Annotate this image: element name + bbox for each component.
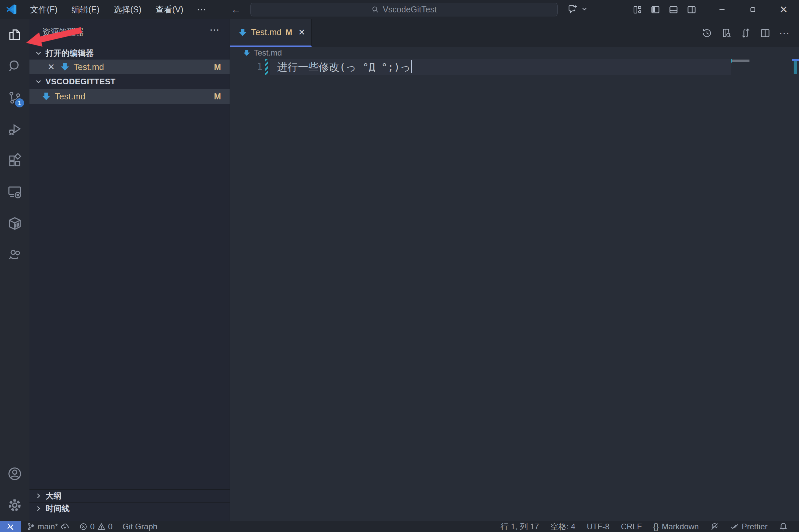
files-icon (7, 27, 22, 42)
workspace-folder-header[interactable]: VSCODEGITTEST (30, 74, 230, 89)
code-editor[interactable]: 1 进行一些修改(っ °Д °;)っ (230, 59, 799, 521)
source-control-badge: 1 (14, 98, 25, 108)
warning-count: 0 (108, 522, 112, 531)
cursor-position-button[interactable]: 行 1, 列 17 (497, 521, 542, 532)
menu-file[interactable]: 文件(F) (24, 2, 63, 17)
indentation-label: 空格: 4 (550, 521, 575, 532)
chevron-down-icon (35, 78, 42, 85)
breadcrumb[interactable]: Test.md (230, 47, 799, 59)
outline-label: 大纲 (45, 491, 61, 501)
eol-button[interactable]: CRLF (617, 521, 645, 532)
open-editors-label: 打开的编辑器 (45, 48, 94, 59)
search-icon (7, 59, 22, 74)
tab-bar: Test.md M ✕ (230, 19, 799, 47)
sidebar-more-actions-button[interactable]: ⋯ (209, 26, 220, 33)
braces-icon: {} (653, 522, 659, 531)
run-debug-icon (7, 121, 22, 137)
menu-view[interactable]: 查看(V) (150, 2, 189, 17)
git-modified-gutter-icon[interactable] (265, 59, 268, 75)
activity-search-button[interactable] (0, 51, 30, 82)
cursor-position-label: 行 1, 列 17 (500, 521, 539, 532)
activity-remote-explorer-button[interactable] (0, 176, 30, 208)
activity-container-button[interactable] (0, 208, 30, 239)
open-editors-section-header[interactable]: 打开的编辑器 (30, 47, 230, 60)
markdown-file-icon (60, 62, 70, 72)
encoding-button[interactable]: UTF-8 (583, 521, 613, 532)
command-center-search[interactable]: VscodeGitTest (250, 3, 558, 16)
toggle-panel-icon[interactable] (668, 5, 679, 15)
copilot-chat-button[interactable] (568, 3, 588, 15)
container-icon (7, 216, 22, 231)
bell-icon (779, 522, 787, 531)
activity-source-control-button[interactable]: 1 (0, 82, 30, 113)
menu-more-button[interactable]: ⋯ (191, 4, 212, 15)
split-editor-icon[interactable] (760, 27, 771, 39)
remote-explorer-icon (7, 184, 22, 200)
editor-more-actions-button[interactable]: ⋯ (779, 27, 790, 39)
minimap-line (732, 60, 749, 62)
warning-icon (97, 522, 106, 531)
git-branch-icon (27, 522, 35, 531)
outline-section-header[interactable]: 大纲 (30, 489, 230, 502)
activity-account-button[interactable] (0, 458, 30, 490)
toggle-secondary-sidebar-icon[interactable] (687, 5, 696, 15)
window-close-button[interactable]: ✕ (768, 0, 799, 19)
chevron-right-icon (35, 492, 42, 499)
workspace-folder-name: VSCODEGITTEST (45, 77, 115, 86)
window-maximize-button[interactable] (738, 0, 768, 19)
minimize-icon (718, 5, 726, 14)
tree-item-testmd[interactable]: Test.md M (30, 89, 230, 104)
tab-close-icon[interactable]: ✕ (298, 27, 305, 37)
tab-testmd[interactable]: Test.md M ✕ (230, 19, 312, 47)
status-bar: main* 0 0 Git Graph (0, 521, 799, 532)
encoding-label: UTF-8 (587, 522, 610, 531)
window-minimize-button[interactable] (707, 0, 738, 19)
timeline-label: 时间线 (45, 503, 70, 514)
extensions-icon (7, 153, 22, 168)
tab-label: Test.md (251, 27, 281, 37)
activity-extension-button[interactable] (0, 239, 30, 271)
markdown-file-icon (243, 49, 250, 57)
close-editor-icon[interactable]: ✕ (48, 62, 55, 72)
language-label: Markdown (662, 522, 699, 531)
activity-run-debug-button[interactable] (0, 113, 30, 145)
git-graph-button[interactable]: Git Graph (119, 521, 161, 532)
open-editor-item-testmd[interactable]: ✕ Test.md M (30, 60, 230, 74)
close-icon: ✕ (779, 4, 787, 15)
timeline-section-header[interactable]: 时间线 (30, 502, 230, 515)
text-cursor (411, 60, 412, 73)
vscode-logo-icon (5, 3, 18, 15)
branch-status-button[interactable]: main* (23, 521, 73, 532)
eol-label: CRLF (621, 522, 642, 531)
toggle-primary-sidebar-icon[interactable] (650, 5, 661, 15)
chevron-down-icon (581, 6, 588, 12)
language-mode-button[interactable]: {} Markdown (650, 521, 702, 532)
tab-modified-badge: M (285, 28, 292, 37)
open-preview-icon[interactable] (721, 27, 732, 39)
annotation-arrow (23, 27, 85, 48)
copilot-disabled-icon (710, 522, 719, 531)
overview-ruler[interactable] (792, 59, 799, 521)
customize-layout-icon[interactable] (632, 5, 642, 15)
maximize-icon (749, 6, 757, 14)
menu-edit[interactable]: 编辑(E) (66, 2, 106, 17)
code-line: 进行一些修改(っ °Д °;)っ (277, 59, 412, 75)
notifications-button[interactable] (776, 521, 791, 532)
account-icon (7, 466, 22, 481)
compare-changes-icon[interactable] (740, 27, 751, 39)
indentation-button[interactable]: 空格: 4 (547, 521, 579, 532)
copilot-status-button[interactable] (707, 521, 722, 532)
menu-selection[interactable]: 选择(S) (108, 2, 147, 17)
file-name: Test.md (74, 62, 104, 72)
formatter-status-button[interactable]: Prettier (727, 521, 771, 532)
activity-settings-button[interactable] (0, 490, 30, 521)
timeline-history-icon[interactable] (701, 27, 713, 39)
error-count: 0 (90, 522, 94, 531)
navigate-back-button[interactable]: ← (231, 4, 241, 14)
remote-indicator-button[interactable] (0, 521, 21, 532)
error-icon (79, 522, 87, 531)
problems-status-button[interactable]: 0 0 (76, 521, 116, 532)
minimap[interactable] (731, 59, 792, 521)
activity-extensions-button[interactable] (0, 145, 30, 176)
file-name: Test.md (55, 91, 85, 102)
